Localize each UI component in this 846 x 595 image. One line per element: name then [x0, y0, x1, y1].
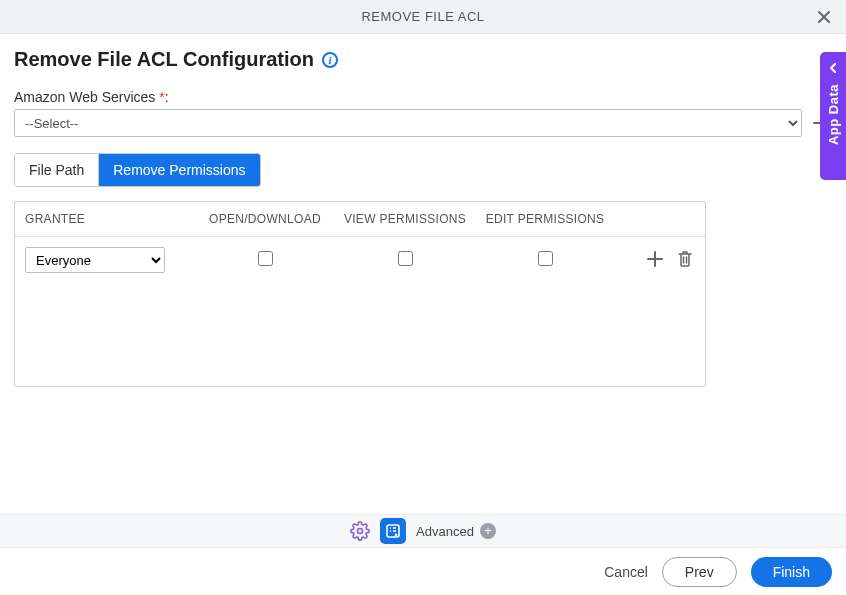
- svg-point-0: [358, 529, 363, 534]
- list-config-icon[interactable]: [380, 518, 406, 544]
- prev-button[interactable]: Prev: [662, 557, 737, 587]
- tab-file-path[interactable]: File Path: [15, 154, 99, 186]
- col-header-grantee: GRANTEE: [25, 212, 195, 226]
- gear-icon[interactable]: [350, 521, 370, 541]
- edit-permissions-checkbox[interactable]: [538, 251, 553, 266]
- grantee-select[interactable]: Everyone: [25, 247, 165, 273]
- dialog-header: REMOVE FILE ACL: [0, 0, 846, 34]
- app-data-side-tab[interactable]: App Data: [820, 52, 846, 180]
- advanced-bar: Advanced +: [0, 514, 846, 548]
- info-icon[interactable]: i: [322, 52, 338, 68]
- finish-button[interactable]: Finish: [751, 557, 832, 587]
- tabs: File Path Remove Permissions: [14, 153, 261, 187]
- dialog-title: REMOVE FILE ACL: [361, 9, 484, 24]
- col-header-view-permissions: VIEW PERMISSIONS: [335, 212, 475, 226]
- aws-field-label: Amazon Web Services *:: [14, 89, 832, 105]
- open-download-checkbox[interactable]: [258, 251, 273, 266]
- delete-row-icon[interactable]: [675, 249, 695, 269]
- table-row: Everyone: [15, 237, 705, 283]
- chevron-left-icon: [827, 60, 839, 78]
- footer: Cancel Prev Finish: [0, 549, 846, 595]
- cancel-button[interactable]: Cancel: [604, 564, 648, 580]
- col-header-edit-permissions: EDIT PERMISSIONS: [475, 212, 615, 226]
- aws-select[interactable]: --Select--: [14, 109, 802, 137]
- add-row-icon[interactable]: [645, 249, 665, 269]
- permissions-table: GRANTEE OPEN/DOWNLOAD VIEW PERMISSIONS E…: [14, 201, 706, 387]
- plus-circle-icon: +: [480, 523, 496, 539]
- side-tab-label: App Data: [826, 84, 841, 145]
- col-header-open-download: OPEN/DOWNLOAD: [195, 212, 335, 226]
- page-title-text: Remove File ACL Configuration: [14, 48, 314, 71]
- tab-remove-permissions[interactable]: Remove Permissions: [99, 154, 259, 186]
- view-permissions-checkbox[interactable]: [398, 251, 413, 266]
- close-icon[interactable]: [814, 7, 834, 27]
- advanced-toggle[interactable]: Advanced +: [416, 523, 496, 539]
- page-title: Remove File ACL Configuration i: [14, 48, 338, 71]
